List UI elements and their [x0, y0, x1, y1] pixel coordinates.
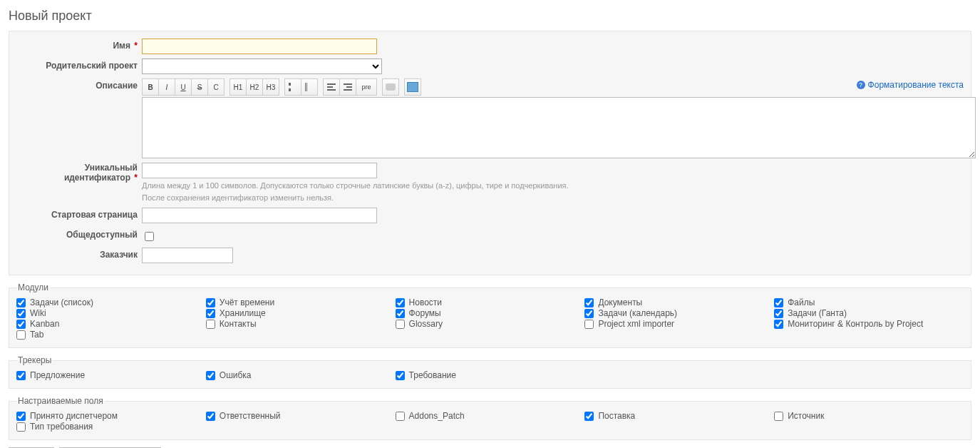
customer-input[interactable] [142, 248, 233, 263]
checkbox-label: Задачи (Ганта) [788, 308, 847, 318]
checkbox-item-[interactable]: Ответственный [206, 411, 396, 421]
checkbox-item-[interactable]: Источник [774, 411, 964, 421]
h1-button[interactable]: H1 [229, 78, 247, 96]
checkbox-[interactable] [16, 371, 26, 380]
checkbox-addons-patch[interactable] [396, 412, 405, 421]
unordered-list-button[interactable] [284, 78, 301, 96]
image-button[interactable] [404, 78, 421, 96]
checkbox-item-[interactable]: Файлы [774, 297, 964, 307]
checkbox-item-[interactable]: Принято диспетчером [16, 411, 206, 421]
checkbox-[interactable] [396, 298, 405, 307]
checkbox-label: Wiki [30, 308, 46, 318]
checkbox-item-[interactable]: Учёт времени [206, 297, 396, 307]
checkbox-label: Мониторинг & Контроль by Project [788, 319, 923, 329]
checkbox-label: Новости [409, 297, 442, 307]
bold-button[interactable]: B [142, 78, 159, 96]
checkbox-[interactable] [16, 298, 26, 307]
checkbox-item-wiki[interactable]: Wiki [16, 308, 206, 318]
trackers-legend: Трекеры [16, 355, 53, 365]
checkbox-[interactable] [584, 298, 594, 307]
checkbox-label: Контакты [220, 319, 257, 329]
checkbox-tab[interactable] [16, 330, 26, 340]
checkbox-item-[interactable]: Ошибка [206, 370, 396, 380]
checkbox-item-[interactable]: Тип требования [16, 422, 206, 432]
help-icon: ? [857, 81, 865, 89]
checkbox-item-kanban[interactable]: Kanban [16, 319, 206, 329]
checkbox-project-xml-importer[interactable] [584, 320, 594, 329]
checkbox-[interactable] [16, 422, 26, 432]
identifier-input[interactable] [142, 163, 377, 178]
checkbox-item-[interactable]: Хранилище [206, 308, 396, 318]
checkbox-item-project-xml-importer[interactable]: Project xml importer [584, 319, 774, 329]
pre-button[interactable]: pre [356, 78, 377, 96]
checkbox-label: Хранилище [220, 308, 266, 318]
list-ul-icon [289, 83, 297, 91]
checkbox-[interactable] [584, 309, 594, 318]
h3-button[interactable]: H3 [262, 78, 279, 96]
text-formatting-help-link[interactable]: ? Форматирование текста [857, 80, 964, 90]
underline-button[interactable]: U [175, 78, 192, 96]
link-button[interactable] [382, 78, 399, 96]
checkbox-label: Ошибка [220, 370, 252, 380]
outdent-icon [327, 83, 336, 91]
checkbox-glossary[interactable] [396, 320, 405, 329]
checkbox-item-[interactable]: Новости [396, 297, 585, 307]
checkbox-[interactable] [584, 412, 594, 421]
checkbox-label: Учёт времени [220, 297, 274, 307]
indent-button[interactable] [339, 78, 356, 96]
checkbox-[interactable] [16, 412, 26, 421]
ordered-list-button[interactable] [301, 78, 318, 96]
inline-code-button[interactable]: C [207, 78, 225, 96]
trackers-fieldset: Трекеры ПредложениеОшибкаТребование [9, 355, 971, 389]
checkbox-[interactable] [206, 412, 215, 421]
description-textarea[interactable] [142, 97, 976, 158]
required-star: * [132, 41, 138, 51]
checkbox-wiki[interactable] [16, 309, 26, 318]
custom-fields-fieldset: Настраиваемые поля Принято диспетчеромТи… [9, 396, 971, 440]
checkbox-by-project[interactable] [774, 320, 783, 329]
checkbox-item-addons-patch[interactable]: Addons_Patch [396, 411, 585, 421]
checkbox-item-tab[interactable]: Tab [16, 330, 206, 340]
label-name: Имя * [16, 39, 142, 51]
checkbox-[interactable] [206, 298, 215, 307]
h2-button[interactable]: H2 [246, 78, 263, 96]
name-input[interactable] [142, 39, 377, 54]
checkbox-label: Принято диспетчером [30, 411, 118, 421]
checkbox-[interactable] [774, 412, 783, 421]
checkbox-item-[interactable]: Задачи (Ганта) [774, 308, 964, 318]
checkbox-[interactable] [396, 309, 405, 318]
checkbox-label: Задачи (календарь) [598, 308, 677, 318]
outdent-button[interactable] [323, 78, 340, 96]
checkbox-item-[interactable]: Задачи (календарь) [584, 308, 774, 318]
checkbox-item-[interactable]: Контакты [206, 319, 396, 329]
checkbox-item-glossary[interactable]: Glossary [396, 319, 585, 329]
custom-fields-legend: Настраиваемые поля [16, 396, 105, 406]
homepage-input[interactable] [142, 208, 377, 223]
checkbox-item-[interactable]: Документы [584, 297, 774, 307]
label-customer: Заказчик [16, 248, 142, 260]
checkbox-[interactable] [396, 371, 405, 380]
public-checkbox[interactable] [145, 232, 154, 241]
checkbox-[interactable] [206, 320, 215, 329]
strike-button[interactable]: S [191, 78, 208, 96]
checkbox-item-by-project[interactable]: Мониторинг & Контроль by Project [774, 319, 964, 329]
checkbox-[interactable] [206, 371, 215, 380]
checkbox-kanban[interactable] [16, 320, 26, 329]
italic-button[interactable]: I [158, 78, 175, 96]
checkbox-item-[interactable]: Требование [396, 370, 585, 380]
required-star: * [132, 173, 138, 183]
indent-icon [344, 83, 352, 91]
checkbox-label: Тип требования [30, 422, 93, 432]
editor-toolbar: B I U S C H1 H2 H3 pre [142, 78, 964, 96]
page-title: Новый проект [9, 9, 971, 24]
checkbox-[interactable] [774, 309, 783, 318]
checkbox-item-[interactable]: Форумы [396, 308, 585, 318]
checkbox-[interactable] [206, 309, 215, 318]
checkbox-item-[interactable]: Поставка [584, 411, 774, 421]
label-parent: Родительский проект [16, 58, 142, 71]
checkbox-item-[interactable]: Предложение [16, 370, 206, 380]
parent-project-select[interactable] [142, 58, 382, 74]
checkbox-[interactable] [774, 298, 783, 307]
checkbox-item-[interactable]: Задачи (список) [16, 297, 206, 307]
image-icon [407, 82, 418, 92]
